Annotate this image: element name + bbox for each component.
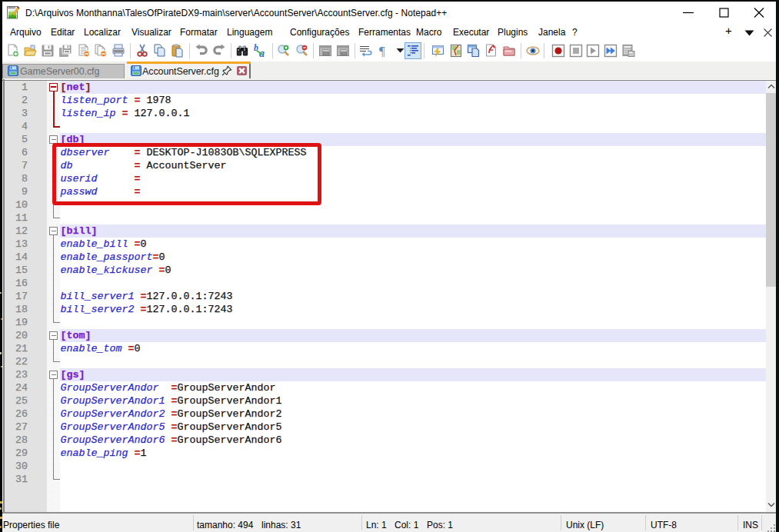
- svg-text:¶: ¶: [379, 44, 385, 58]
